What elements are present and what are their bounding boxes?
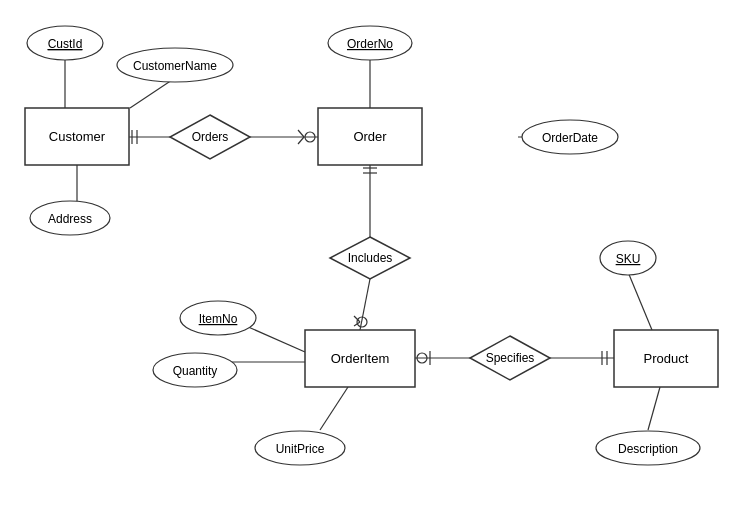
order-label: Order <box>353 129 387 144</box>
svg-line-9 <box>298 137 304 144</box>
svg-line-8 <box>298 130 304 137</box>
description-label: Description <box>618 442 678 456</box>
product-label: Product <box>644 351 689 366</box>
itemno-label: ItemNo <box>199 312 238 326</box>
svg-line-22 <box>320 387 348 430</box>
sku-label: SKU <box>616 252 641 266</box>
address-label: Address <box>48 212 92 226</box>
svg-line-16 <box>360 279 370 330</box>
quantity-label: Quantity <box>173 364 218 378</box>
custid-label: CustId <box>48 37 83 51</box>
svg-line-29 <box>628 272 652 330</box>
orderdate-label: OrderDate <box>542 131 598 145</box>
orderno-label: OrderNo <box>347 37 393 51</box>
includes-label: Includes <box>348 251 393 265</box>
svg-line-30 <box>648 387 660 430</box>
unitprice-label: UnitPrice <box>276 442 325 456</box>
orders-label: Orders <box>192 130 229 144</box>
customername-label: CustomerName <box>133 59 217 73</box>
customer-label: Customer <box>49 129 106 144</box>
specifies-label: Specifies <box>486 351 535 365</box>
svg-line-1 <box>130 78 175 108</box>
orderitem-label: OrderItem <box>331 351 390 366</box>
er-diagram: Customer Order OrderItem Product Orders … <box>0 0 743 505</box>
